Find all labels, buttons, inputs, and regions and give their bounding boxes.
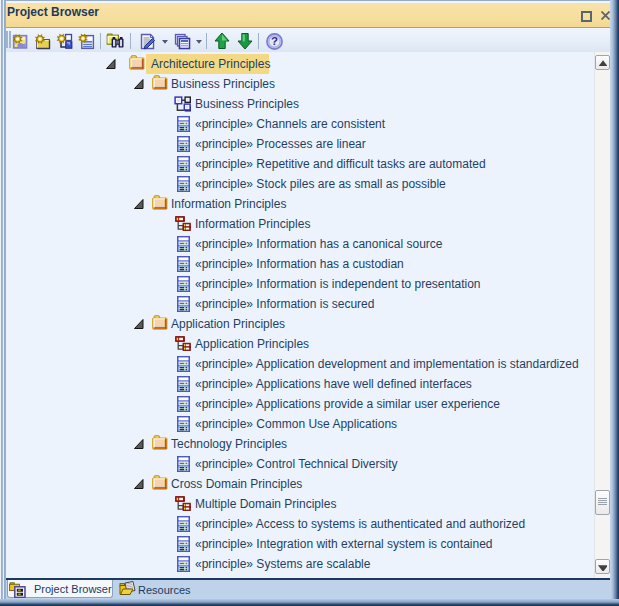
svg-text:?: ? — [271, 35, 278, 47]
